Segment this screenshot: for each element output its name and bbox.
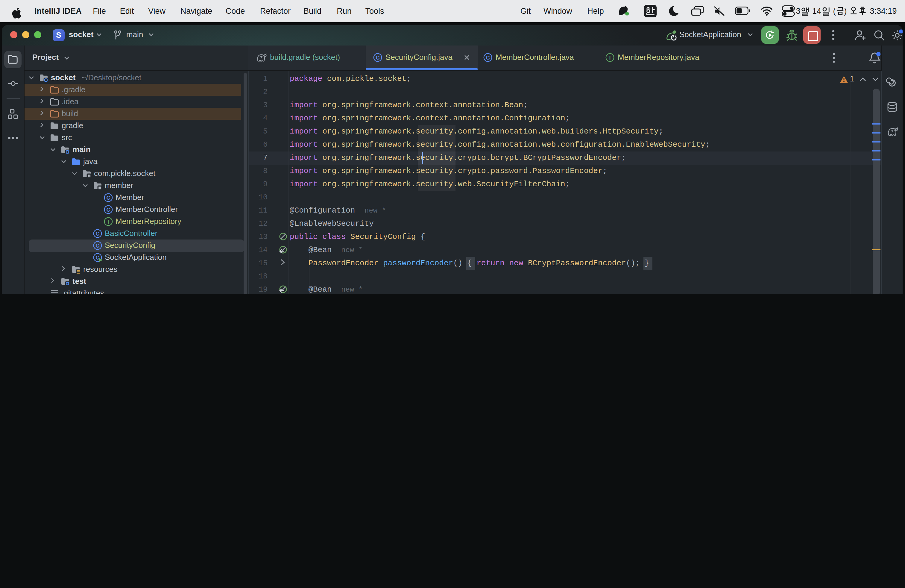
svg-text:I: I bbox=[609, 55, 611, 61]
svg-text:C: C bbox=[376, 55, 380, 61]
svg-text:C: C bbox=[486, 55, 490, 61]
